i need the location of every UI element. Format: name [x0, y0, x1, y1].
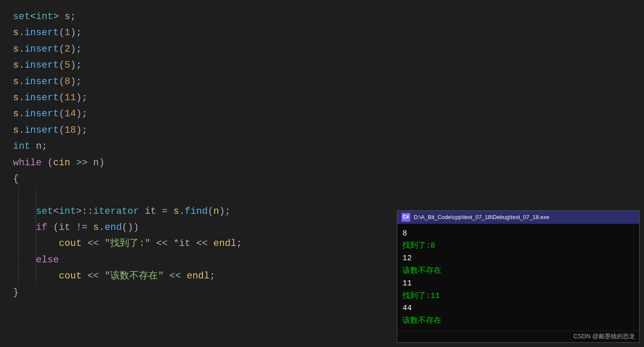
terminal-line-2: 找到了:8 — [402, 239, 634, 252]
terminal-title: D:\A_Bit_Code\cpp\test_07_18\Debug\test_… — [414, 214, 549, 220]
terminal-titlebar: C# D:\A_Bit_Code\cpp\test_07_18\Debug\te… — [397, 211, 639, 224]
terminal-footer: CSDN @戴墨镜的恐龙 — [397, 331, 639, 342]
terminal-line-3: 12 — [402, 252, 634, 265]
code-line-10: while (cin >> n) — [13, 155, 631, 171]
code-line-9: int n; — [13, 138, 631, 154]
terminal-line-1: 8 — [402, 227, 634, 240]
terminal-window: C# D:\A_Bit_Code\cpp\test_07_18\Debug\te… — [397, 210, 640, 343]
terminal-body: 8 找到了:8 12 该数不存在 11 找到了:11 44 该数不存在 — [397, 224, 639, 331]
terminal-line-5: 11 — [402, 277, 634, 290]
code-line-5: s.insert(8); — [13, 74, 631, 90]
code-line-12: x — [13, 187, 631, 203]
code-line-11: { — [13, 171, 631, 187]
code-editor: set<int> s; s.insert(1); s.insert(2); s.… — [0, 0, 644, 347]
code-line-6: s.insert(11); — [13, 90, 631, 106]
code-line-7: s.insert(14); — [13, 106, 631, 122]
terminal-line-4: 该数不存在 — [402, 265, 634, 277]
terminal-line-8: 该数不存在 — [402, 314, 634, 327]
code-line-4: s.insert(5); — [13, 57, 631, 73]
terminal-line-6: 找到了:11 — [402, 290, 634, 302]
code-line-8: s.insert(18); — [13, 122, 631, 138]
terminal-line-7: 44 — [402, 302, 634, 314]
watermark-text: CSDN @戴墨镜的恐龙 — [573, 333, 635, 340]
terminal-app-icon: C# — [402, 213, 410, 222]
code-line-1: set<int> s; — [13, 9, 631, 25]
code-line-2: s.insert(1); — [13, 25, 631, 41]
code-line-3: s.insert(2); — [13, 41, 631, 57]
